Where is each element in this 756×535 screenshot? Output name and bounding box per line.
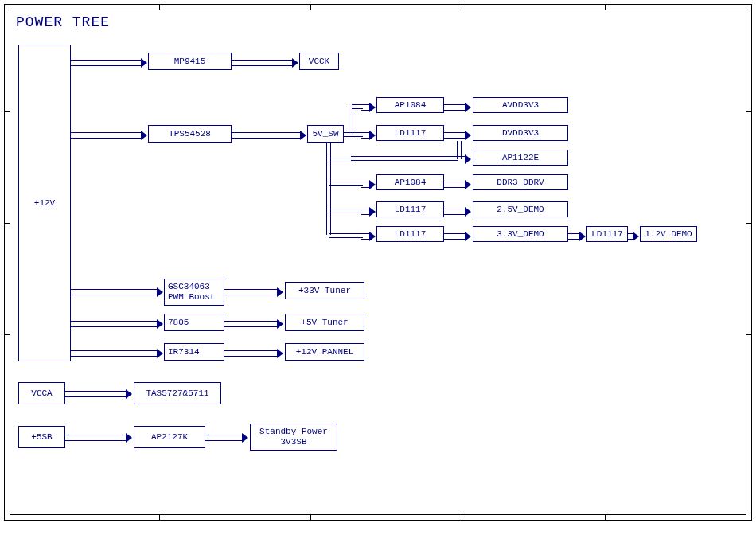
block-7805: 7805 bbox=[164, 314, 224, 331]
block-ld1117-c: LD1117 bbox=[376, 226, 444, 242]
block-2v5-demo: 2.5V_DEMO bbox=[473, 201, 568, 217]
block-avdd3v3: AVDD3V3 bbox=[473, 97, 568, 113]
block-vcca: VCCA bbox=[18, 382, 65, 404]
block-ir7314: IR7314 bbox=[164, 343, 224, 361]
block-12v-input: +12V bbox=[18, 45, 71, 361]
block-3v3-demo: 3.3V_DEMO bbox=[473, 226, 568, 242]
block-tps54528: TPS54528 bbox=[148, 125, 232, 143]
block-ap1122e: AP1122E bbox=[473, 150, 568, 166]
block-ap1084-b: AP1084 bbox=[376, 174, 444, 190]
block-5sb: +5SB bbox=[18, 426, 65, 448]
block-tuner-33v: +33V Tuner bbox=[285, 282, 364, 299]
block-gsc34063: GSC34063 PWM Boost bbox=[164, 279, 224, 306]
block-mp9415: MP9415 bbox=[148, 53, 232, 70]
diagram-title: POWER TREE bbox=[16, 14, 110, 30]
block-standby-power: Standby Power 3V3SB bbox=[250, 424, 337, 451]
block-panel-12v: +12V PANNEL bbox=[285, 343, 364, 361]
block-dvdd3v3: DVDD3V3 bbox=[473, 125, 568, 141]
block-vcck: VCCK bbox=[299, 53, 339, 70]
block-ld1117-b: LD1117 bbox=[376, 201, 444, 217]
block-ddr3-ddrv: DDR3_DDRV bbox=[473, 174, 568, 190]
block-ap2127k: AP2127K bbox=[134, 426, 205, 448]
block-ld1117-d: LD1117 bbox=[586, 226, 628, 242]
block-5v-sw: 5V_SW bbox=[307, 125, 344, 143]
block-ap1084-a: AP1084 bbox=[376, 97, 444, 113]
block-ld1117-a: LD1117 bbox=[376, 125, 444, 141]
block-1v2-demo: 1.2V DEMO bbox=[640, 226, 697, 242]
block-tuner-5v: +5V Tuner bbox=[285, 314, 364, 331]
block-tas5727: TAS5727&5711 bbox=[134, 382, 221, 404]
